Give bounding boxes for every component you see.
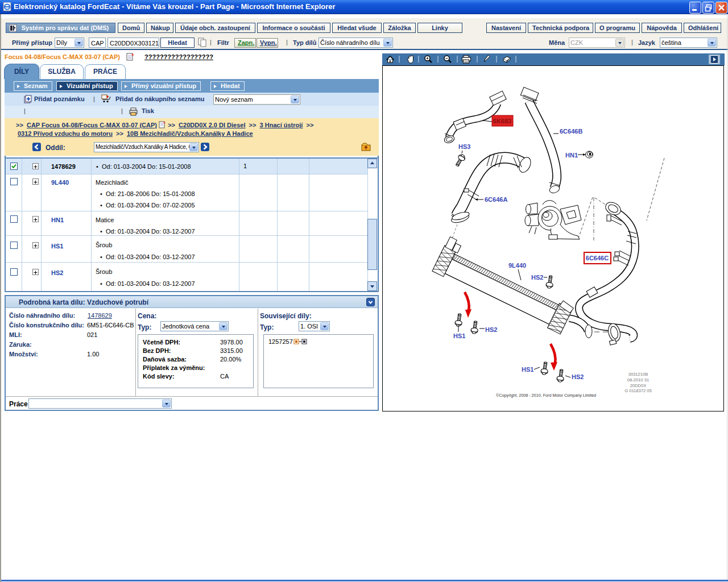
svg-text:6C646B: 6C646B	[560, 128, 582, 135]
svg-text:©Copyright, 2008 - 2010, Ford: ©Copyright, 2008 - 2010, Ford Motor Comp…	[496, 393, 596, 398]
svg-text:6C646C: 6C646C	[586, 255, 609, 261]
svg-text:6K683: 6K683	[493, 118, 511, 124]
svg-text:6C646A: 6C646A	[485, 196, 507, 203]
svg-text:HS1: HS1	[522, 366, 533, 373]
svg-text:G 0118372 05: G 0118372 05	[624, 388, 652, 393]
svg-text:HS2: HS2	[485, 326, 497, 333]
svg-text:HS3: HS3	[458, 143, 470, 150]
svg-text:HN1: HN1	[565, 152, 578, 159]
svg-text:9L440: 9L440	[508, 262, 526, 269]
svg-text:3031210B: 3031210B	[628, 372, 648, 377]
svg-text:HS1: HS1	[453, 332, 465, 339]
svg-text:08-2010 31: 08-2010 31	[627, 377, 649, 383]
svg-text:20DD0X: 20DD0X	[630, 383, 647, 388]
svg-text:HS2: HS2	[531, 274, 543, 281]
svg-text:HS2: HS2	[572, 373, 584, 380]
